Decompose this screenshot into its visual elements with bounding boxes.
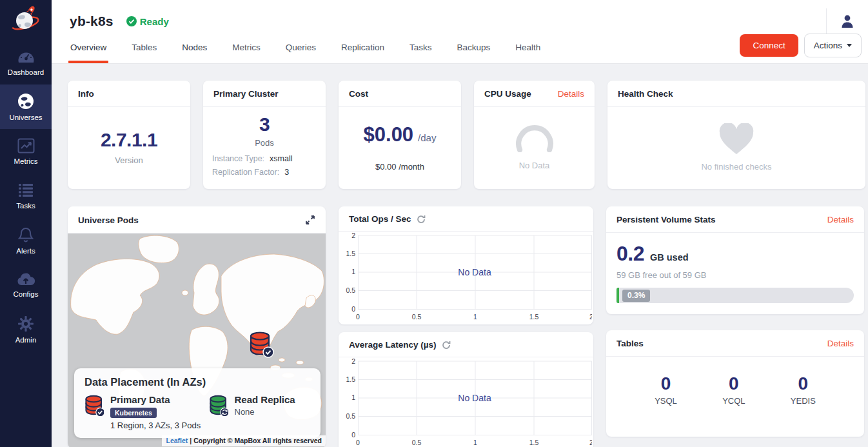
- tab-health[interactable]: Health: [515, 33, 541, 63]
- user-menu[interactable]: [826, 8, 855, 34]
- sidebar-item-label: Universes: [9, 114, 42, 121]
- pv-usage-percent: 0.3%: [622, 290, 650, 302]
- right-column: Persistent Volume Stats Details 0.2 GB u…: [606, 206, 864, 437]
- card-title: Average Latency (µs): [349, 340, 437, 350]
- actions-dropdown[interactable]: Actions: [804, 34, 862, 57]
- metrics-chart-icon: [17, 138, 35, 154]
- persistent-volume-card: Persistent Volume Stats Details 0.2 GB u…: [606, 206, 864, 314]
- tab-overview[interactable]: Overview: [70, 33, 107, 63]
- read-replica-value: None: [235, 407, 295, 417]
- primary-cluster-card: Primary Cluster 3 Pods Instance Type: xs…: [203, 81, 326, 189]
- primary-data-legend: Primary Data Kubernetes 1 Region, 3 AZs,…: [84, 394, 209, 430]
- sidebar-item-label: Tasks: [16, 202, 35, 210]
- tab-backups[interactable]: Backups: [456, 33, 491, 63]
- tab-replication[interactable]: Replication: [340, 33, 385, 63]
- cpu-no-data-text: No Data: [519, 161, 550, 170]
- svg-text:0: 0: [351, 305, 355, 313]
- app-window: Dashboard Universes Metrics: [0, 0, 868, 447]
- sidebar-item-admin[interactable]: Admin: [0, 307, 52, 352]
- svg-text:1.5: 1.5: [346, 250, 355, 257]
- card-title: Total Ops / Sec: [349, 214, 411, 224]
- card-title: Persistent Volume Stats: [616, 215, 716, 224]
- pv-used-unit: GB used: [650, 252, 689, 263]
- card-title: Tables: [616, 339, 644, 348]
- pods-label: Pods: [255, 138, 274, 148]
- pv-details-link[interactable]: Details: [827, 215, 854, 224]
- leaflet-link[interactable]: Leaflet: [166, 437, 188, 444]
- svg-text:0.5: 0.5: [346, 286, 355, 294]
- tab-metrics[interactable]: Metrics: [232, 33, 261, 63]
- yugabyte-logo-icon: [10, 5, 41, 35]
- svg-text:0.5: 0.5: [346, 412, 355, 420]
- sidebar-item-configs[interactable]: Configs: [0, 263, 52, 307]
- svg-text:2: 2: [351, 232, 355, 239]
- card-title: Info: [78, 89, 94, 99]
- pods-count: 3: [259, 114, 270, 135]
- svg-text:2: 2: [589, 439, 592, 446]
- ycql-count: 0 YCQL: [722, 373, 745, 406]
- yedis-count-value: 0: [798, 373, 809, 394]
- svg-text:1: 1: [351, 268, 355, 275]
- tables-details-link[interactable]: Details: [827, 339, 854, 348]
- tab-tasks[interactable]: Tasks: [409, 33, 433, 63]
- ycql-count-value: 0: [729, 373, 739, 394]
- gear-icon: [17, 315, 34, 332]
- yugabyte-logo[interactable]: [0, 0, 52, 40]
- sidebar-item-label: Alerts: [16, 247, 35, 255]
- chevron-down-icon: [847, 44, 852, 47]
- universe-pods-card: Universe Pods: [68, 206, 326, 447]
- primary-data-summary: 1 Region, 3 AZs, 3 Pods: [110, 421, 201, 430]
- dashboard-gauge-icon: [17, 49, 35, 65]
- attribution-separator: |: [188, 437, 193, 444]
- universe-header: yb-k8s Ready Overview: [52, 0, 868, 64]
- card-title: Health Check: [618, 89, 673, 99]
- sidebar-item-label: Admin: [15, 336, 37, 344]
- latency-no-data-text: No Data: [458, 393, 491, 403]
- tables-card: Tables Details 0 YSQL 0 YCQL: [606, 330, 864, 437]
- tab-queries[interactable]: Queries: [285, 33, 317, 63]
- bell-icon: [17, 226, 34, 243]
- expand-icon[interactable]: [305, 215, 315, 225]
- svg-text:0: 0: [356, 439, 360, 446]
- title-row: yb-k8s Ready: [52, 0, 868, 33]
- ysql-count-value: 0: [661, 373, 671, 394]
- heart-icon: [718, 123, 755, 155]
- stats-row: Info 2.7.1.1 Version Primary Cluster 3 P…: [68, 81, 868, 189]
- overview-content: Info 2.7.1.1 Version Primary Cluster 3 P…: [52, 64, 868, 447]
- page-title: yb-k8s: [70, 14, 113, 29]
- primary-db-icon: [84, 394, 104, 416]
- universe-tabs: Overview Tables Nodes Metrics Queries Re…: [70, 33, 541, 63]
- connect-button[interactable]: Connect: [740, 34, 798, 57]
- kubernetes-badge: Kubernetes: [110, 408, 157, 418]
- card-title: CPU Usage: [484, 89, 531, 99]
- svg-text:0: 0: [356, 313, 360, 321]
- refresh-icon[interactable]: [442, 341, 451, 350]
- sidebar-item-dashboard[interactable]: Dashboard: [0, 40, 52, 84]
- cpu-details-link[interactable]: Details: [558, 89, 584, 99]
- yedis-count-label: YEDIS: [791, 396, 816, 406]
- pv-free-text: 59 GB free out of 59 GB: [616, 270, 854, 280]
- svg-text:1: 1: [473, 313, 477, 321]
- tab-row: Overview Tables Nodes Metrics Queries Re…: [52, 33, 868, 63]
- sidebar-item-tasks[interactable]: Tasks: [0, 174, 52, 218]
- status-badge-label: Ready: [140, 16, 169, 27]
- refresh-icon[interactable]: [417, 215, 426, 224]
- version-label: Version: [115, 155, 143, 165]
- primary-data-name: Primary Data: [110, 394, 201, 405]
- svg-text:1: 1: [351, 393, 355, 401]
- sidebar-item-metrics[interactable]: Metrics: [0, 129, 52, 174]
- world-map[interactable]: Data Placement (In AZs): [68, 233, 326, 447]
- sidebar-item-alerts[interactable]: Alerts: [0, 218, 52, 263]
- status-badge: Ready: [126, 16, 169, 27]
- instance-type-key: Instance Type:: [212, 154, 264, 163]
- replication-factor-row: Replication Factor: 3: [212, 168, 317, 177]
- pv-usage-bar: 0.3%: [616, 288, 854, 303]
- tab-nodes[interactable]: Nodes: [181, 33, 208, 63]
- tab-tables[interactable]: Tables: [131, 33, 157, 63]
- svg-text:2: 2: [589, 313, 592, 321]
- total-ops-chart: 0 0.5 1 1.5 2 0 0.5 1 1.5 2 No Data: [339, 232, 592, 322]
- svg-text:2: 2: [351, 357, 355, 365]
- sidebar-item-universes[interactable]: Universes: [0, 84, 52, 129]
- charts-column: Total Ops / Sec: [339, 206, 593, 447]
- card-title: Primary Cluster: [213, 89, 279, 99]
